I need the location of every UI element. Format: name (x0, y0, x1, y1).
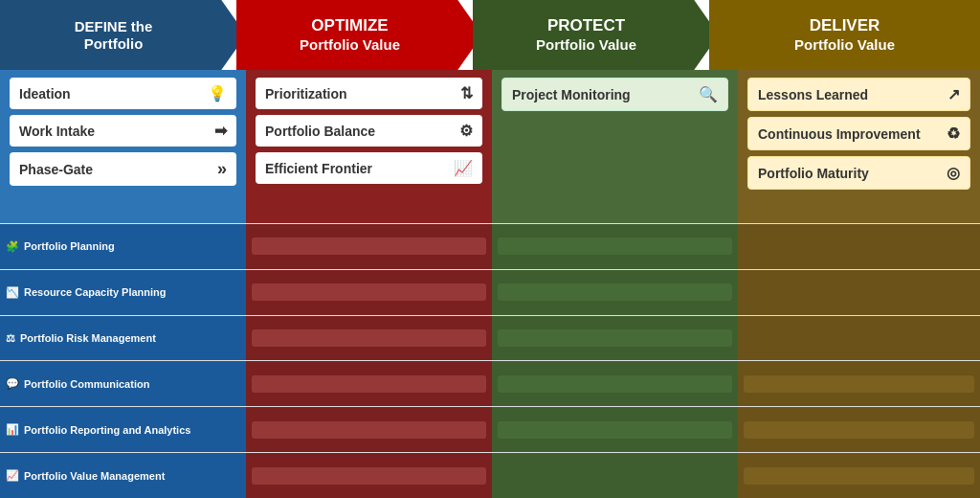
bar-green-portfolio-planning (498, 238, 732, 255)
bar-chart-icon: 📊 (6, 423, 19, 436)
bar-gold-communication (744, 375, 974, 393)
row-gold-value-management (738, 453, 980, 498)
row-green-portfolio-planning (492, 224, 738, 269)
col-optimize: Prioritization ⇅ Portfolio Balance ⚙ Eff… (246, 70, 492, 223)
card-prioritization[interactable]: Prioritization ⇅ (256, 78, 482, 109)
bar-red-resource-capacity (252, 283, 486, 301)
bar-green-reporting (498, 421, 732, 439)
prioritization-icon: ⇅ (460, 84, 473, 102)
row-red-communication (246, 361, 492, 406)
col-define: Ideation 💡 Work Intake ➡ Phase-Gate » (0, 70, 246, 223)
card-work-intake[interactable]: Work Intake ➡ (10, 115, 236, 147)
card-lessons-learned-label: Lessons Learned (758, 87, 868, 102)
header-deliver-line1: DELIVER (794, 16, 895, 35)
row-red-reporting (246, 407, 492, 452)
card-phase-gate-label: Phase-Gate (19, 162, 93, 177)
efficient-frontier-icon: 📈 (454, 159, 473, 177)
card-phase-gate[interactable]: Phase-Gate » (10, 152, 236, 186)
row-gold-risk-management (738, 316, 980, 361)
bar-green-risk-management (498, 329, 732, 347)
row-gold-resource-capacity (738, 270, 980, 315)
bar-gold-reporting (744, 421, 974, 439)
card-efficient-frontier[interactable]: Efficient Frontier 📈 (256, 152, 482, 184)
bar-red-reporting (252, 421, 486, 439)
card-ideation[interactable]: Ideation 💡 (10, 78, 236, 109)
continuous-improvement-icon: ♻ (947, 124, 960, 143)
card-project-monitoring[interactable]: Project Monitoring 🔍 (501, 78, 728, 111)
row-risk-management: ⚖ Portfolio Risk Management (0, 315, 980, 361)
chart-down-icon: 📉 (6, 286, 19, 299)
phase-gate-icon: » (217, 159, 227, 179)
card-portfolio-balance[interactable]: Portfolio Balance ⚙ (256, 115, 482, 147)
work-intake-icon: ➡ (214, 122, 227, 140)
bar-red-communication (252, 375, 486, 393)
bar-green-communication (498, 375, 732, 393)
row-portfolio-planning: 🧩 Portfolio Planning (0, 223, 980, 269)
header-optimize: OPTIMIZE Portfolio Value (236, 0, 482, 70)
header-define-line2: Portfolio (75, 35, 153, 53)
card-efficient-frontier-label: Efficient Frontier (265, 161, 372, 176)
trend-icon: 📈 (6, 469, 19, 482)
row-label-portfolio-planning: 🧩 Portfolio Planning (0, 224, 246, 269)
row-green-reporting (492, 407, 738, 452)
row-label-resource-capacity: 📉 Resource Capacity Planning (0, 270, 246, 315)
card-portfolio-maturity-label: Portfolio Maturity (758, 166, 869, 181)
card-project-monitoring-label: Project Monitoring (512, 87, 631, 102)
chat-icon: 💬 (6, 377, 19, 390)
row-gold-communication (738, 361, 980, 406)
portfolio-maturity-icon: ◎ (947, 164, 960, 182)
main-container: DEFINE the Portfolio OPTIMIZE Portfolio … (0, 0, 980, 498)
header-protect: PROTECT Portfolio Value (473, 0, 719, 70)
header-protect-line1: PROTECT (536, 16, 636, 35)
card-continuous-improvement-label: Continuous Improvement (758, 126, 921, 142)
row-green-resource-capacity (492, 270, 738, 315)
top-cards-area: Ideation 💡 Work Intake ➡ Phase-Gate » Pr… (0, 70, 980, 223)
row-gold-portfolio-planning (738, 224, 980, 269)
lessons-learned-icon: ↗ (947, 85, 960, 103)
card-continuous-improvement[interactable]: Continuous Improvement ♻ (747, 117, 970, 150)
card-prioritization-label: Prioritization (265, 86, 347, 102)
header-protect-line2: Portfolio Value (536, 36, 636, 54)
row-value-management: 📈 Portfolio Value Management (0, 452, 980, 498)
card-ideation-label: Ideation (19, 86, 71, 102)
row-label-risk-management: ⚖ Portfolio Risk Management (0, 316, 246, 361)
card-portfolio-balance-label: Portfolio Balance (265, 124, 375, 139)
bar-green-resource-capacity (498, 283, 732, 301)
row-label-reporting: 📊 Portfolio Reporting and Analytics (0, 407, 246, 452)
header-row: DEFINE the Portfolio OPTIMIZE Portfolio … (0, 0, 980, 70)
ideation-icon: 💡 (208, 84, 227, 102)
row-reporting: 📊 Portfolio Reporting and Analytics (0, 406, 980, 452)
row-green-value-management (492, 453, 738, 498)
row-green-risk-management (492, 316, 738, 361)
card-lessons-learned[interactable]: Lessons Learned ↗ (747, 78, 970, 111)
main-content: Ideation 💡 Work Intake ➡ Phase-Gate » Pr… (0, 70, 980, 498)
project-monitoring-icon: 🔍 (699, 85, 718, 103)
col-protect: Project Monitoring 🔍 (492, 70, 738, 223)
portfolio-balance-icon: ⚙ (459, 122, 473, 140)
bar-red-portfolio-planning (252, 238, 486, 255)
bar-gold-value-management (744, 467, 974, 485)
header-deliver-line2: Portfolio Value (794, 36, 895, 54)
col-deliver: Lessons Learned ↗ Continuous Improvement… (738, 70, 980, 223)
row-label-value-management: 📈 Portfolio Value Management (0, 453, 246, 498)
row-gold-reporting (738, 407, 980, 452)
header-optimize-line2: Portfolio Value (300, 36, 400, 54)
row-label-communication: 💬 Portfolio Communication (0, 361, 246, 406)
row-red-risk-management (246, 316, 492, 361)
header-optimize-line1: OPTIMIZE (300, 16, 400, 35)
row-communication: 💬 Portfolio Communication (0, 360, 980, 406)
header-define-line1: DEFINE the (75, 18, 153, 35)
row-red-resource-capacity (246, 270, 492, 315)
header-deliver: DELIVER Portfolio Value (709, 0, 980, 70)
puzzle-icon: 🧩 (6, 240, 19, 253)
row-red-value-management (246, 453, 492, 498)
row-red-portfolio-planning (246, 224, 492, 269)
bottom-rows-area: 🧩 Portfolio Planning 📉 Resource Capacity… (0, 223, 980, 498)
row-green-communication (492, 361, 738, 406)
header-define: DEFINE the Portfolio (0, 0, 246, 70)
row-resource-capacity: 📉 Resource Capacity Planning (0, 269, 980, 315)
card-portfolio-maturity[interactable]: Portfolio Maturity ◎ (747, 156, 970, 190)
scale-icon: ⚖ (6, 332, 15, 345)
card-work-intake-label: Work Intake (19, 124, 95, 139)
bar-red-risk-management (252, 329, 486, 347)
